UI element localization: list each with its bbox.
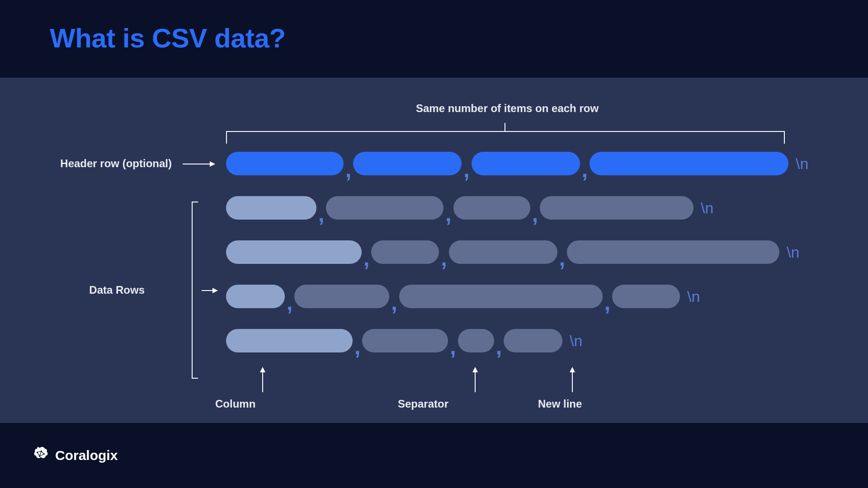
cell-pill: [226, 240, 362, 264]
separator-glyph: ,: [441, 248, 447, 269]
separator-glyph: ,: [496, 336, 502, 358]
separator-glyph: ,: [604, 292, 610, 314]
cell-pill: [540, 196, 693, 220]
separator-glyph: ,: [559, 248, 565, 269]
cell-pill: [504, 329, 562, 352]
cell-pill: [590, 152, 788, 175]
page-title: What is CSV data?: [50, 23, 868, 54]
cell-pill: [326, 196, 443, 220]
annotation-newline: New line: [538, 398, 582, 410]
cell-pill: [567, 240, 779, 264]
separator-glyph: ,: [445, 203, 451, 225]
separator-glyph: ,: [391, 292, 397, 314]
brand-name: Coralogix: [55, 448, 118, 463]
annotation-separator: Separator: [398, 398, 448, 410]
cell-pill: [612, 285, 680, 308]
cell-pill: [449, 240, 557, 264]
cell-pill: [472, 152, 580, 175]
arrow-column: [262, 368, 263, 392]
newline-glyph: \n: [787, 244, 799, 261]
separator-glyph: ,: [582, 159, 588, 181]
cell-pill: [362, 329, 448, 352]
separator-glyph: ,: [532, 203, 538, 225]
cell-pill: [226, 329, 353, 352]
data-row: ,,,\n: [226, 240, 808, 264]
rows-container: ,,,\n,,,\n,,,\n,,,\n,,,\n: [226, 152, 808, 373]
separator-glyph: ,: [354, 336, 360, 358]
annotation-data-rows: Data Rows: [77, 284, 145, 296]
data-row: ,,,\n: [226, 329, 808, 352]
cell-pill: [226, 152, 344, 175]
data-row: ,,,\n: [226, 196, 808, 220]
separator-glyph: ,: [463, 159, 469, 181]
cell-pill: [226, 196, 316, 220]
separator-glyph: ,: [287, 292, 292, 314]
separator-glyph: ,: [363, 248, 369, 269]
cell-pill: [371, 240, 439, 264]
annotation-column: Column: [215, 398, 255, 410]
diagram-area: Same number of items on each row Header …: [0, 78, 868, 423]
cell-pill: [453, 196, 530, 220]
cell-pill: [226, 285, 285, 308]
separator-glyph: ,: [318, 203, 324, 225]
header-row: ,,,\n: [226, 152, 808, 175]
newline-glyph: \n: [570, 332, 582, 350]
bracket-data-rows: [192, 202, 193, 379]
header-band: What is CSV data?: [0, 0, 868, 78]
annotation-top: Same number of items on each row: [416, 102, 599, 115]
arrow-header-row: [183, 164, 214, 164]
cell-pill: [294, 285, 389, 308]
brand-logo: Coralogix: [32, 446, 118, 465]
separator-glyph: ,: [450, 336, 456, 358]
bracket-top: [226, 123, 785, 145]
cell-pill: [458, 329, 494, 352]
footer: Coralogix: [0, 423, 868, 488]
arrow-newline: [572, 368, 573, 392]
brain-icon: [32, 446, 50, 465]
newline-glyph: \n: [796, 155, 808, 173]
annotation-header-row: Header row (optional): [41, 157, 172, 170]
cell-pill: [353, 152, 462, 175]
cell-pill: [399, 285, 603, 308]
newline-glyph: \n: [687, 288, 700, 305]
arrow-separator: [475, 368, 476, 392]
data-row: ,,,\n: [226, 285, 808, 308]
arrow-data-rows: [202, 290, 217, 291]
newline-glyph: \n: [701, 199, 713, 217]
separator-glyph: ,: [345, 159, 351, 181]
